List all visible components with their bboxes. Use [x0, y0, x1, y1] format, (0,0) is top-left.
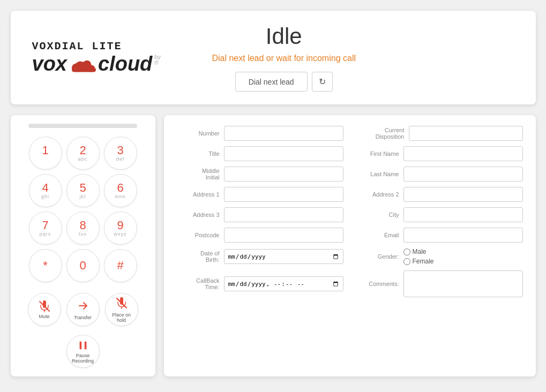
address2-label: Address 2	[356, 191, 399, 198]
number-input[interactable]	[224, 126, 343, 141]
first-name-label: First Name	[356, 150, 399, 157]
city-row: City	[356, 207, 523, 222]
mute-icon	[38, 300, 51, 313]
top-panel: VOXDIAL LITE vox cloud by ® Idle Dial ne…	[11, 11, 536, 104]
dial-key-7[interactable]: 7 pqrs	[29, 212, 62, 245]
logo-text-top: VOXDIAL LITE	[32, 40, 122, 52]
first-name-row: First Name	[356, 146, 523, 161]
address3-row: Address 3	[177, 207, 343, 222]
pause-label: PauseRecording	[72, 353, 94, 364]
bottom-row: 1 2 abc 3 def 4 ghi 5 jkl 6 mno	[11, 115, 536, 376]
callback-input[interactable]	[224, 276, 343, 291]
dialpad-display-bar	[28, 124, 137, 128]
current-disposition-label: CurrentDisposition	[356, 127, 405, 140]
address3-input[interactable]	[224, 207, 343, 222]
refresh-icon: ↻	[319, 77, 326, 86]
form-grid: Number CurrentDisposition Title First Na…	[177, 126, 523, 297]
dialpad-panel: 1 2 abc 3 def 4 ghi 5 jkl 6 mno	[11, 115, 155, 376]
idle-title: Idle	[161, 24, 407, 49]
refresh-button[interactable]: ↻	[312, 72, 333, 92]
email-input[interactable]	[403, 228, 523, 243]
gender-male-radio[interactable]	[403, 248, 410, 255]
callback-row: CallBackTime:	[177, 270, 343, 297]
email-row: Email	[356, 228, 523, 243]
middle-initial-input[interactable]	[224, 167, 343, 182]
middle-initial-row: MiddleInitial	[177, 167, 343, 182]
logo-area: VOXDIAL LITE vox cloud by ®	[32, 40, 161, 76]
current-disposition-input[interactable]	[409, 126, 523, 141]
first-name-input[interactable]	[403, 146, 523, 161]
logo-by: by	[154, 54, 161, 60]
address1-row: Address 1	[177, 187, 343, 202]
comments-row: Comments:	[356, 270, 523, 297]
postcode-input[interactable]	[224, 228, 343, 243]
current-disposition-row: CurrentDisposition	[356, 126, 523, 141]
transfer-label: Transfer	[74, 315, 92, 320]
title-label: Title	[177, 150, 220, 157]
gender-row: Gender: Male Female	[356, 248, 523, 265]
dial-key-3[interactable]: 3 def	[104, 137, 137, 170]
logo-vox: vox	[32, 52, 67, 76]
pause-recording-button[interactable]: PauseRecording	[66, 335, 100, 368]
email-label: Email	[356, 232, 399, 238]
last-name-input[interactable]	[403, 167, 523, 182]
city-input[interactable]	[403, 207, 523, 222]
title-row: Title	[177, 146, 343, 161]
hold-label: Place onhold	[112, 312, 131, 323]
postcode-row: Postcode	[177, 228, 343, 243]
address2-row: Address 2	[356, 187, 523, 202]
pause-icon	[77, 340, 89, 353]
city-label: City	[356, 212, 399, 218]
postcode-label: Postcode	[177, 232, 220, 238]
logo-registered: ®	[154, 60, 161, 66]
gender-female-radio[interactable]	[403, 258, 410, 265]
form-panel: Number CurrentDisposition Title First Na…	[164, 115, 536, 376]
svg-rect-3	[72, 67, 96, 72]
dial-key-8[interactable]: 8 tuv	[66, 212, 100, 245]
gender-male-label: Male	[413, 248, 427, 255]
mute-label: Mute	[39, 314, 49, 319]
transfer-button[interactable]: Transfer	[66, 293, 100, 326]
dial-key-2[interactable]: 2 abc	[66, 137, 100, 170]
dial-key-5[interactable]: 5 jkl	[66, 174, 100, 207]
svg-rect-12	[84, 341, 86, 349]
hold-button[interactable]: Place onhold	[105, 293, 138, 326]
gender-group: Male Female	[403, 248, 434, 265]
mute-button[interactable]: Mute	[28, 293, 61, 326]
action-buttons-row: Mute Transfer	[28, 293, 138, 326]
hold-icon	[115, 297, 128, 311]
address2-input[interactable]	[403, 187, 523, 202]
dial-key-6[interactable]: 6 mno	[104, 174, 137, 207]
logo-cloud-text: cloud	[98, 52, 152, 76]
dial-key-hash[interactable]: #	[104, 249, 137, 282]
dial-key-1[interactable]: 1	[29, 137, 62, 170]
address1-input[interactable]	[224, 187, 343, 202]
cloud-logo-icon	[69, 55, 96, 73]
dob-input[interactable]	[224, 249, 343, 264]
gender-female-label: Female	[413, 258, 434, 265]
comments-input[interactable]	[403, 270, 523, 297]
idle-subtitle: Dial next lead or wait for incoming call	[161, 54, 407, 63]
gender-male-option[interactable]: Male	[403, 248, 434, 255]
dialpad-grid: 1 2 abc 3 def 4 ghi 5 jkl 6 mno	[29, 137, 137, 282]
dial-key-4[interactable]: 4 ghi	[29, 174, 62, 207]
dial-key-0[interactable]: 0	[66, 249, 100, 282]
address3-label: Address 3	[177, 212, 220, 218]
title-input[interactable]	[224, 146, 343, 161]
dial-key-star[interactable]: *	[29, 249, 62, 282]
dob-label: Date ofBirth:	[177, 250, 220, 263]
dial-key-9[interactable]: 9 wxyz	[104, 212, 137, 245]
last-name-row: Last Name	[356, 167, 523, 182]
svg-point-5	[83, 60, 91, 67]
dial-next-button[interactable]: Dial next lead	[235, 72, 308, 92]
comments-label: Comments:	[356, 281, 399, 287]
gender-label: Gender:	[356, 253, 399, 260]
number-label: Number	[177, 130, 220, 137]
last-name-label: Last Name	[356, 171, 399, 177]
center-section: Idle Dial next lead or wait for incoming…	[161, 24, 407, 92]
gender-female-option[interactable]: Female	[403, 258, 434, 265]
number-row: Number	[177, 126, 343, 141]
callback-label: CallBackTime:	[177, 277, 220, 290]
dob-row: Date ofBirth:	[177, 248, 343, 265]
address1-label: Address 1	[177, 191, 220, 198]
